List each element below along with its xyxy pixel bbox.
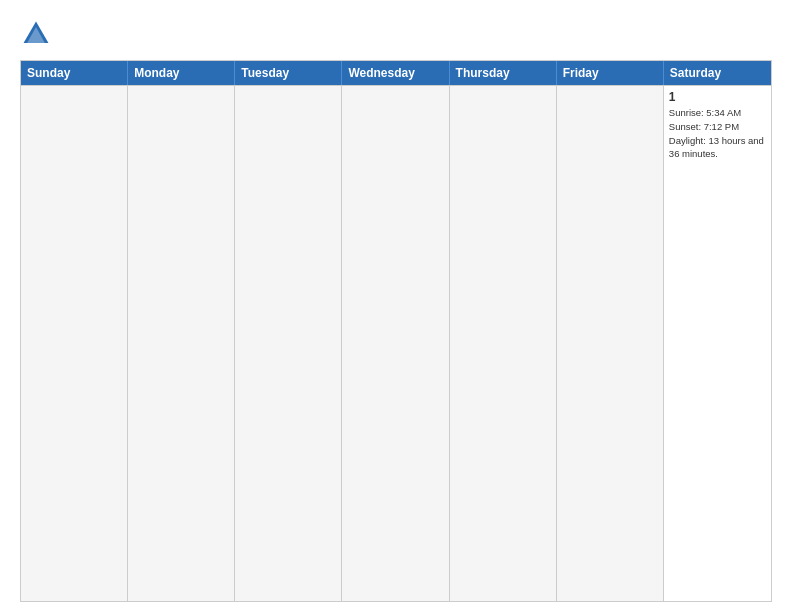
calendar-header: SundayMondayTuesdayWednesdayThursdayFrid…: [21, 61, 771, 85]
calendar-header-day: Tuesday: [235, 61, 342, 85]
logo-icon: [20, 18, 52, 50]
calendar-header-day: Wednesday: [342, 61, 449, 85]
calendar-week: 1Sunrise: 5:34 AMSunset: 7:12 PMDaylight…: [21, 85, 771, 601]
header: [20, 18, 772, 50]
calendar: SundayMondayTuesdayWednesdayThursdayFrid…: [20, 60, 772, 602]
calendar-header-day: Sunday: [21, 61, 128, 85]
calendar-cell-empty: [557, 86, 664, 601]
calendar-cell-empty: [342, 86, 449, 601]
calendar-body: 1Sunrise: 5:34 AMSunset: 7:12 PMDaylight…: [21, 85, 771, 601]
calendar-cell: 1Sunrise: 5:34 AMSunset: 7:12 PMDaylight…: [664, 86, 771, 601]
calendar-cell-empty: [450, 86, 557, 601]
calendar-header-day: Friday: [557, 61, 664, 85]
day-info: Sunrise: 5:34 AMSunset: 7:12 PMDaylight:…: [669, 107, 764, 159]
day-number: 1: [669, 90, 766, 104]
calendar-cell-empty: [128, 86, 235, 601]
calendar-header-day: Monday: [128, 61, 235, 85]
calendar-header-day: Saturday: [664, 61, 771, 85]
logo: [20, 18, 56, 50]
calendar-cell-empty: [21, 86, 128, 601]
page: SundayMondayTuesdayWednesdayThursdayFrid…: [0, 0, 792, 612]
calendar-cell-empty: [235, 86, 342, 601]
calendar-header-day: Thursday: [450, 61, 557, 85]
